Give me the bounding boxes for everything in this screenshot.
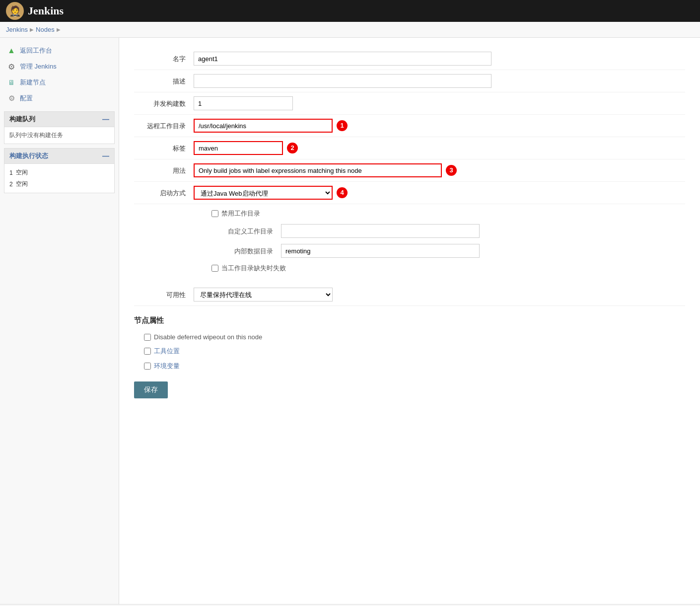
- main-layout: ▲ 返回工作台 ⚙ 管理 Jenkins 🖥 新建节点 ⚙ 配置 构建队列 —: [0, 38, 700, 604]
- build-status-header: 构建执行状态 —: [4, 149, 114, 164]
- tool-locations-checkbox[interactable]: [144, 348, 151, 355]
- remote-dir-input[interactable]: [194, 119, 333, 133]
- internal-data-input[interactable]: [281, 244, 480, 258]
- description-field-wrapper: [194, 74, 685, 88]
- node-properties-title: 节点属性: [134, 316, 685, 325]
- sidebar-item-new-node[interactable]: 🖥 新建节点: [0, 75, 119, 90]
- executor-item-2: 2 空闲: [9, 178, 109, 190]
- build-queue-toggle[interactable]: —: [102, 115, 109, 123]
- availability-field-wrapper: 尽量保持代理在线: [194, 288, 685, 302]
- form-row-usage: 用法 3: [134, 159, 685, 182]
- launch-select[interactable]: 通过Java Web启动代理 通过SSH启动代理: [194, 186, 333, 200]
- name-label: 名字: [134, 52, 194, 64]
- launch-field-wrapper: 通过Java Web启动代理 通过SSH启动代理 4: [194, 186, 685, 200]
- monitor-icon: 🖥: [7, 78, 16, 87]
- usage-field-wrapper: 3: [194, 163, 685, 177]
- fail-on-missing-row: 当工作目录缺失时失败: [211, 261, 685, 276]
- fail-on-missing-checkbox[interactable]: [211, 265, 218, 272]
- disable-deferred-checkbox[interactable]: [144, 334, 151, 341]
- remote-dir-field-wrapper: 1: [194, 119, 685, 133]
- form-row-description: 描述: [134, 70, 685, 92]
- form-row-name: 名字: [134, 48, 685, 70]
- arrow-up-icon: ▲: [7, 46, 16, 55]
- usage-input[interactable]: [194, 163, 442, 177]
- build-queue-header: 构建队列 —: [4, 112, 114, 127]
- sidebar-nav: ▲ 返回工作台 ⚙ 管理 Jenkins 🖥 新建节点 ⚙ 配置: [0, 43, 119, 106]
- breadcrumb-jenkins[interactable]: Jenkins: [6, 26, 28, 33]
- tool-locations-link[interactable]: 工具位置: [154, 347, 180, 355]
- node-prop-env-vars: 环境变量: [144, 359, 685, 374]
- form-row-launch: 启动方式 通过Java Web启动代理 通过SSH启动代理 4: [134, 182, 685, 204]
- env-vars-checkbox[interactable]: [144, 363, 151, 370]
- description-input[interactable]: [194, 74, 491, 88]
- labels-input[interactable]: [194, 141, 283, 155]
- executor-1-number: 1: [9, 169, 13, 176]
- labels-label: 标签: [134, 141, 194, 153]
- node-prop-tool-locations: 工具位置: [144, 344, 685, 359]
- concurrent-field-wrapper: [194, 96, 685, 110]
- custom-workdir-label: 自定义工作目录: [211, 224, 281, 236]
- usage-label: 用法: [134, 163, 194, 175]
- form-row-remote-dir: 远程工作目录 1: [134, 115, 685, 137]
- status-bar: https://zinchen.blog.csdn.net/: [0, 604, 700, 606]
- concurrent-label: 并发构建数: [134, 96, 194, 108]
- app-header: 🤵 Jenkins: [0, 0, 700, 22]
- launch-settings-section: 禁用工作目录 自定义工作目录 内部数据目录 当工作目录缺失时失败: [202, 206, 685, 276]
- internal-data-field: [281, 244, 685, 258]
- executor-item-1: 1 空闲: [9, 167, 109, 178]
- custom-workdir-field: [281, 224, 685, 238]
- launch-label: 启动方式: [134, 186, 194, 198]
- breadcrumb-sep-2: ▶: [57, 27, 61, 32]
- breadcrumb-nodes[interactable]: Nodes: [36, 26, 55, 33]
- description-label: 描述: [134, 74, 194, 86]
- sidebar: ▲ 返回工作台 ⚙ 管理 Jenkins 🖥 新建节点 ⚙ 配置 构建队列 —: [0, 38, 119, 604]
- logo: 🤵 Jenkins: [6, 2, 64, 20]
- build-status-toggle[interactable]: —: [102, 152, 109, 160]
- sidebar-item-back[interactable]: ▲ 返回工作台: [0, 43, 119, 59]
- disable-workdir-label: 禁用工作目录: [221, 209, 260, 218]
- sidebar-item-label-configure: 配置: [20, 94, 33, 103]
- availability-select[interactable]: 尽量保持代理在线: [194, 288, 333, 302]
- form-row-concurrent: 并发构建数: [134, 92, 685, 115]
- annotation-1: 1: [337, 120, 348, 131]
- executor-1-status: 空闲: [16, 168, 28, 177]
- gear-icon-configure: ⚙: [7, 94, 16, 103]
- internal-data-row: 内部数据目录: [211, 241, 685, 261]
- tool-locations-label: 工具位置: [154, 347, 180, 356]
- form-row-availability: 可用性 尽量保持代理在线: [134, 284, 685, 306]
- executor-2-number: 2: [9, 181, 13, 188]
- annotation-2: 2: [287, 143, 298, 153]
- save-button[interactable]: 保存: [134, 381, 168, 398]
- sidebar-item-label-manage: 管理 Jenkins: [20, 62, 57, 71]
- app-title: Jenkins: [28, 4, 64, 17]
- build-queue-empty: 队列中没有构建任务: [9, 132, 63, 139]
- concurrent-input[interactable]: [194, 96, 293, 110]
- jenkins-icon: 🤵: [6, 2, 24, 20]
- node-properties-section: Disable deferred wipeout on this node 工具…: [134, 330, 685, 374]
- build-status-title: 构建执行状态: [9, 152, 48, 160]
- sidebar-item-label-new-node: 新建节点: [20, 78, 46, 87]
- node-prop-disable-deferred: Disable deferred wipeout on this node: [144, 330, 685, 344]
- name-input[interactable]: [194, 52, 491, 66]
- name-field-wrapper: [194, 52, 685, 66]
- internal-data-label: 内部数据目录: [211, 244, 281, 256]
- breadcrumb: Jenkins ▶ Nodes ▶: [0, 22, 700, 38]
- custom-workdir-input[interactable]: [281, 224, 480, 238]
- availability-label: 可用性: [134, 288, 194, 300]
- env-vars-link[interactable]: 环境变量: [154, 362, 180, 370]
- gear-icon-manage: ⚙: [7, 62, 16, 71]
- sidebar-item-configure[interactable]: ⚙ 配置: [0, 90, 119, 106]
- disable-workdir-checkbox[interactable]: [211, 210, 218, 217]
- sidebar-item-label-back: 返回工作台: [20, 46, 52, 55]
- build-queue-title: 构建队列: [9, 115, 35, 124]
- annotation-3: 3: [446, 165, 457, 176]
- sidebar-item-manage[interactable]: ⚙ 管理 Jenkins: [0, 59, 119, 75]
- build-queue-panel: 构建队列 — 队列中没有构建任务: [4, 111, 115, 144]
- breadcrumb-sep-1: ▶: [30, 27, 34, 32]
- disable-workdir-row: 禁用工作目录: [211, 206, 685, 221]
- env-vars-label: 环境变量: [154, 362, 180, 371]
- build-queue-body: 队列中没有构建任务: [4, 127, 114, 144]
- disable-deferred-label: Disable deferred wipeout on this node: [154, 333, 262, 341]
- fail-on-missing-label: 当工作目录缺失时失败: [221, 264, 286, 273]
- remote-dir-label: 远程工作目录: [134, 119, 194, 131]
